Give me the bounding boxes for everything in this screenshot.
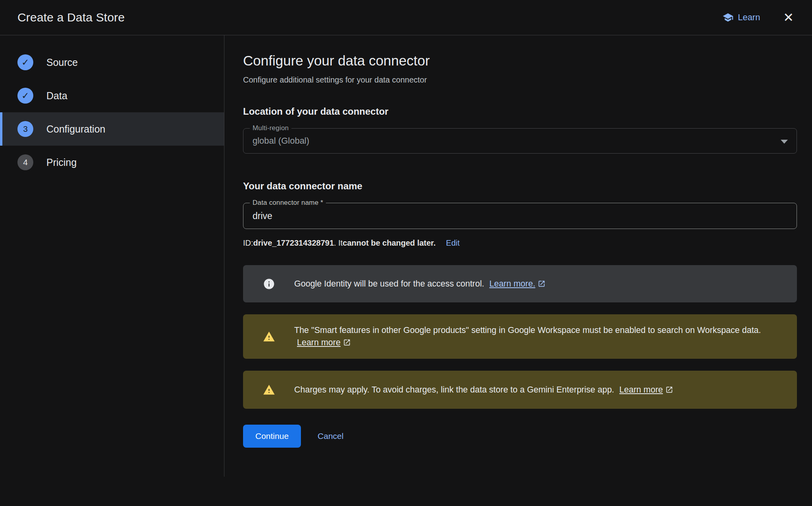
step-number-icon: 4 xyxy=(17,154,33,170)
workspace-warning-text: The "Smart features in other Google prod… xyxy=(294,324,783,349)
link-label: Learn more xyxy=(619,385,663,394)
open-in-new-icon xyxy=(665,386,673,394)
name-section: Your data connector name Data connector … xyxy=(243,181,797,248)
stepper-step-pricing[interactable]: 4 Pricing xyxy=(0,146,224,179)
cancel-button[interactable]: Cancel xyxy=(318,431,343,441)
id-note: cannot be changed later. xyxy=(343,239,436,248)
info-banner-text: Google Identity will be used for the acc… xyxy=(294,278,546,290)
step-label-configuration: Configuration xyxy=(46,123,105,135)
stepper-step-configuration[interactable]: 3 Configuration xyxy=(0,112,224,146)
data-connector-name-label: Data connector name * xyxy=(250,199,326,207)
stepper-sidebar: ✓ Source ✓ Data 3 Configuration 4 Pricin… xyxy=(0,35,224,477)
warning-icon xyxy=(263,331,275,343)
link-label: Learn more. xyxy=(489,279,535,289)
info-text: Google Identity will be used for the acc… xyxy=(294,279,484,289)
warning-text: The "Smart features in other Google prod… xyxy=(294,325,761,335)
step-number-icon: 3 xyxy=(17,121,33,137)
charges-warning-text: Charges may apply. To avoid charges, lin… xyxy=(294,384,673,396)
link-label: Learn more xyxy=(297,338,341,347)
stepper-step-source[interactable]: ✓ Source xyxy=(0,46,224,79)
action-buttons: Continue Cancel xyxy=(243,425,797,471)
charges-learn-more-link[interactable]: Learn more xyxy=(619,385,673,394)
workspace-learn-more-link[interactable]: Learn more xyxy=(297,338,351,347)
charges-warning-banner: Charges may apply. To avoid charges, lin… xyxy=(243,371,797,409)
header-actions: Learn ✕ xyxy=(722,11,794,24)
location-section-title: Location of your data connector xyxy=(243,106,797,117)
continue-button[interactable]: Continue xyxy=(243,425,301,448)
create-data-store-dialog: Create a Data Store Learn ✕ ✓ Source ✓ D… xyxy=(0,0,812,506)
id-middle: . It xyxy=(334,239,343,248)
step-label-pricing: Pricing xyxy=(46,157,77,168)
warning-text: Charges may apply. To avoid charges, lin… xyxy=(294,385,614,394)
info-icon xyxy=(263,278,275,290)
multi-region-label: Multi-region xyxy=(250,124,291,132)
learn-link[interactable]: Learn xyxy=(722,12,760,23)
info-learn-more-link[interactable]: Learn more. xyxy=(489,279,546,289)
configuration-panel: Configure your data connector Configure … xyxy=(224,35,812,471)
page-subtitle: Configure additional settings for your d… xyxy=(243,75,797,85)
connector-id-line: ID: drive_1772314328791 . It cannot be c… xyxy=(243,239,797,248)
page-title: Configure your data connector xyxy=(243,53,797,69)
dialog-header: Create a Data Store Learn ✕ xyxy=(0,0,812,35)
step-complete-check-icon: ✓ xyxy=(17,54,33,70)
dialog-title: Create a Data Store xyxy=(17,11,125,24)
graduation-cap-icon xyxy=(722,12,733,23)
step-complete-check-icon: ✓ xyxy=(17,88,33,104)
step-label-data: Data xyxy=(46,90,67,102)
name-section-title: Your data connector name xyxy=(243,181,797,192)
open-in-new-icon xyxy=(538,280,546,288)
open-in-new-icon xyxy=(343,339,351,346)
data-connector-name-field: Data connector name * xyxy=(243,203,797,229)
id-value: drive_1772314328791 xyxy=(253,239,334,248)
chevron-down-icon xyxy=(781,140,788,144)
multi-region-select[interactable]: Multi-region global (Global) xyxy=(243,128,797,154)
edit-id-link[interactable]: Edit xyxy=(446,239,460,248)
warning-icon xyxy=(263,384,275,396)
dialog-body: ✓ Source ✓ Data 3 Configuration 4 Pricin… xyxy=(0,35,812,506)
workspace-warning-banner: The "Smart features in other Google prod… xyxy=(243,314,797,359)
step-label-source: Source xyxy=(46,57,78,68)
close-icon[interactable]: ✕ xyxy=(783,11,794,24)
learn-label: Learn xyxy=(738,12,760,23)
stepper-step-data[interactable]: ✓ Data xyxy=(0,79,224,112)
id-prefix: ID: xyxy=(243,239,253,248)
info-banner: Google Identity will be used for the acc… xyxy=(243,265,797,302)
multi-region-value: global (Global) xyxy=(243,129,797,153)
data-connector-name-input[interactable] xyxy=(243,203,797,229)
